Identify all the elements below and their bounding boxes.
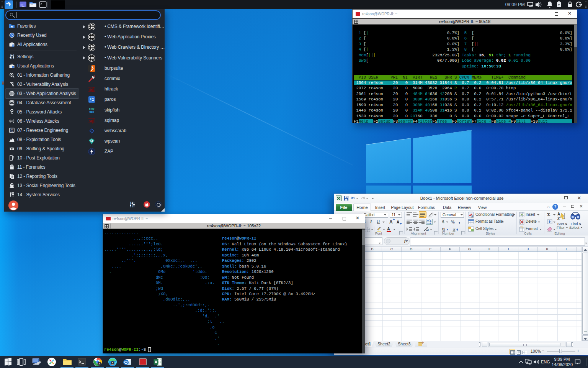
- svg-text:A: A: [557, 212, 560, 216]
- svg-text:110: 110: [10, 130, 13, 132]
- svg-text:ab: ab: [426, 228, 429, 232]
- svg-text:.00: .00: [452, 230, 456, 232]
- svg-text:skip: skip: [89, 107, 95, 110]
- svg-text:.00: .00: [442, 230, 445, 232]
- svg-text:Z: Z: [557, 217, 560, 221]
- svg-text:fish: fish: [89, 110, 94, 113]
